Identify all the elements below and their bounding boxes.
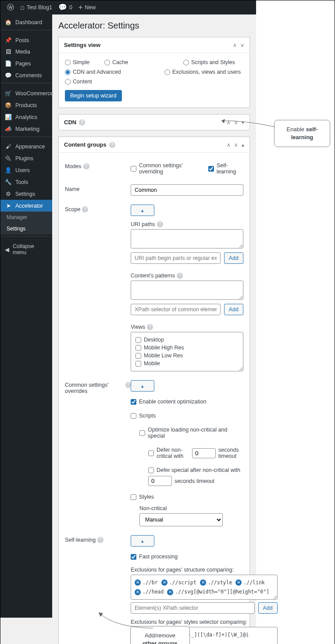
struct-add-button[interactable]: Add	[258, 602, 278, 614]
overrides-collapse-button[interactable]: ▴	[131, 380, 154, 392]
sidebar-item-plugins[interactable]: 🔌Plugins	[0, 152, 52, 164]
help-icon[interactable]: ?	[157, 221, 163, 227]
help-icon[interactable]: ?	[177, 273, 183, 279]
defer-special-input[interactable]	[148, 476, 172, 486]
tag-item: ✕.//link	[235, 578, 264, 587]
chk-enable-opt[interactable]: Enable content optimization	[131, 398, 243, 406]
sidebar-item-products[interactable]: 📦Products	[0, 99, 52, 111]
collapse-up-icon[interactable]: ∧	[227, 119, 231, 126]
struct-input[interactable]	[131, 602, 255, 614]
help-icon[interactable]: ?	[82, 206, 88, 212]
chk-optimize-loading[interactable]: Optimize loading non-critical and specia…	[139, 426, 243, 440]
menu-icon: 🔌	[5, 155, 12, 162]
remove-tag-icon[interactable]: ✕	[135, 579, 141, 586]
uri-paths-area[interactable]	[131, 229, 243, 248]
cdn-panel: CDN? ∧ ∨ ▾	[58, 114, 250, 130]
menu-icon: 📦	[5, 102, 12, 108]
radio-exclusions[interactable]: Exclusions, views and users	[164, 67, 243, 77]
collapse-up-icon[interactable]: ∧	[233, 42, 237, 48]
remove-tag-icon[interactable]: ✕	[135, 589, 141, 595]
name-label: Name	[65, 186, 79, 192]
uri-path-input[interactable]	[131, 252, 221, 264]
remove-tag-icon[interactable]: ✕	[235, 579, 242, 586]
expand-down-icon[interactable]: ∨	[240, 42, 244, 48]
chk-fast-processing[interactable]: Fast processing	[131, 553, 278, 561]
overrides-label: Common settings' overrides	[65, 382, 124, 394]
menu-icon: 📄	[5, 60, 12, 67]
scope-collapse-button[interactable]: ▴	[131, 205, 154, 216]
sidebar-item-settings[interactable]: ⚙Settings	[0, 188, 52, 200]
site-name[interactable]: ⌂Test Blog1	[17, 4, 55, 11]
collapse-icon: ◀	[5, 246, 9, 253]
sidebar-sub-manager[interactable]: Manager	[0, 212, 52, 223]
radio-cdn[interactable]: CDN and Advanced	[65, 67, 125, 77]
chk-self-learning[interactable]: Self-learning	[208, 162, 243, 176]
chk-defer-noncrit[interactable]: Defer non-critical with seconds timeout	[148, 446, 243, 460]
sidebar-item-woocommerce[interactable]: 🛒WooCommerce	[0, 87, 52, 99]
collapse-all-icon[interactable]: ▴	[242, 142, 244, 148]
plus-icon: +	[78, 4, 82, 11]
expand-down-icon[interactable]: ∨	[234, 142, 238, 148]
menu-icon: 🔧	[5, 179, 12, 185]
site-name-text: Test Blog1	[27, 4, 52, 11]
sidebar-item-comments[interactable]: 💬Comments	[0, 69, 52, 81]
help-icon[interactable]: ?	[83, 163, 89, 169]
sidebar-item-marketing[interactable]: 📣Marketing	[0, 123, 52, 135]
wp-logo[interactable]: ⓦ	[4, 4, 17, 11]
help-icon[interactable]: ?	[125, 382, 131, 388]
cdn-title: CDN	[64, 119, 76, 126]
radio-cache[interactable]: Cache	[104, 58, 183, 67]
radio-scripts[interactable]: Scripts and Styles	[183, 58, 240, 67]
menu-icon: 👤	[5, 167, 12, 173]
begin-wizard-button[interactable]: Begin setup wizard	[65, 90, 122, 101]
xpath-add-button[interactable]: Add	[224, 304, 243, 315]
tag-item: ✕.//br	[135, 578, 158, 587]
sidebar-item-accelerator[interactable]: ➤Accelerator	[0, 200, 52, 212]
view-desktop[interactable]: Desktop	[135, 336, 239, 344]
remove-tag-icon[interactable]: ✕	[167, 589, 173, 595]
help-icon[interactable]: ?	[147, 324, 153, 330]
dropdown-icon[interactable]: ▾	[242, 119, 244, 126]
radio-content[interactable]: Content	[65, 77, 122, 86]
sidebar-sub-settings[interactable]: Settings	[0, 223, 52, 234]
self-learning-collapse-button[interactable]: ▴	[131, 535, 154, 547]
sidebar-item-analytics[interactable]: 📊Analytics	[0, 111, 52, 123]
help-icon[interactable]: ?	[109, 142, 115, 148]
non-critical-select[interactable]: Manual	[139, 513, 223, 526]
remove-tag-icon[interactable]: ✕	[200, 579, 206, 586]
remove-tag-icon[interactable]: ✕	[161, 579, 168, 586]
help-icon[interactable]: ?	[79, 119, 85, 126]
sidebar-item-pages[interactable]: 📄Pages	[0, 58, 52, 69]
sidebar-item-media[interactable]: 🖼Media	[0, 46, 52, 58]
view-mobile-high-res[interactable]: Mobile High Res	[135, 344, 239, 352]
chk-styles[interactable]: Styles	[131, 493, 243, 501]
chk-defer-special[interactable]: Defer special after non-critical with se…	[148, 466, 243, 487]
xpath-input[interactable]	[131, 304, 221, 315]
chk-common-override[interactable]: Common settings' overriding	[131, 162, 200, 176]
comments-link[interactable]: 💬0	[55, 4, 75, 11]
new-content[interactable]: +New	[75, 4, 99, 11]
view-mobile-low-res[interactable]: Mobile Low Res	[135, 352, 239, 360]
modes-label: Modes	[65, 163, 82, 169]
view-mobile[interactable]: Mobile	[135, 360, 239, 367]
help-icon[interactable]: ?	[97, 537, 103, 543]
sidebar-item-tools[interactable]: 🔧Tools	[0, 176, 52, 188]
collapse-menu[interactable]: ◀Collapse menu	[0, 241, 52, 258]
uri-add-button[interactable]: Add	[224, 252, 243, 264]
defer-noncrit-input[interactable]	[192, 448, 216, 458]
sidebar-item-users[interactable]: 👤Users	[0, 164, 52, 176]
chk-scripts[interactable]: Scripts	[131, 412, 243, 420]
sidebar-item-posts[interactable]: 📌Posts	[0, 34, 52, 46]
contents-patterns-area[interactable]	[131, 281, 243, 300]
comments-count: 0	[69, 4, 72, 11]
struct-tags[interactable]: ✕.//br✕.//script✕.//style✕.//link✕.//hea…	[131, 575, 278, 600]
radio-simple[interactable]: Simple	[65, 58, 104, 67]
sidebar-item-appearance[interactable]: 🖌Appearance	[0, 141, 52, 152]
collapse-up-icon[interactable]: ∧	[227, 142, 231, 148]
uri-paths-label: URI paths	[131, 221, 155, 227]
name-input[interactable]	[131, 184, 243, 196]
menu-icon: 🛒	[5, 90, 12, 97]
callout-self-learning: Enable self-learning	[274, 120, 330, 147]
expand-down-icon[interactable]: ∨	[234, 119, 238, 126]
sidebar-item-dashboard[interactable]: 🏠Dashboard	[0, 16, 52, 28]
